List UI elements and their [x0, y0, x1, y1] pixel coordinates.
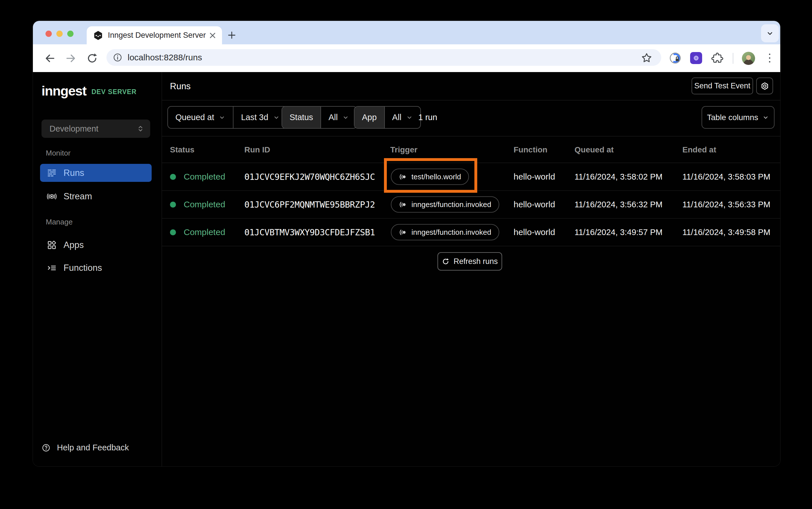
refresh-runs-button[interactable]: Refresh runs: [437, 252, 502, 271]
help-icon: [41, 443, 51, 452]
status-filter-group: Status All: [282, 106, 357, 129]
status-filter-dropdown[interactable]: All: [320, 107, 357, 128]
chevron-down-icon: [219, 114, 225, 121]
event-broadcast-icon: [399, 200, 408, 209]
tab-close-icon[interactable]: [209, 32, 216, 39]
site-info-icon[interactable]: [113, 53, 123, 62]
monitor-section-label: Monitor: [46, 149, 71, 158]
inngest-wordmark: inngest: [41, 83, 87, 99]
status-dot-icon: [170, 202, 176, 208]
sidebar-item-label: Apps: [64, 240, 84, 250]
column-header-run-id: Run ID: [245, 136, 270, 163]
queued-at-cell: 11/16/2024, 3:56:32 PM: [575, 200, 662, 209]
column-header-status: Status: [170, 136, 195, 163]
zoom-window-button[interactable]: [67, 31, 73, 37]
new-tab-button[interactable]: [226, 30, 237, 41]
gear-icon: [760, 81, 769, 91]
run-id-cell[interactable]: 01JCVC6PF2MQNMTWE95BBRZPJ2: [245, 200, 375, 210]
chevron-down-icon: [766, 29, 774, 37]
toolbar-divider: [733, 53, 733, 64]
app-filter-label: App: [355, 107, 384, 128]
status-cell: Completed: [170, 227, 225, 237]
settings-button[interactable]: [756, 77, 773, 94]
chevron-up-down-icon: [136, 125, 144, 133]
inngest-favicon-icon: [93, 30, 103, 41]
desktop-background: Inngest Development Server: [0, 0, 812, 509]
page-title: Runs: [170, 72, 191, 100]
run-id-cell[interactable]: 01JCVC9EFKJ2W70WQHC6ZH6SJC: [245, 172, 375, 182]
trigger-cell: inngest/function.invoked: [391, 224, 499, 240]
function-cell[interactable]: hello-world: [514, 227, 555, 237]
url-text: localhost:8288/runs: [128, 53, 202, 62]
table-row[interactable]: Completed 01JCVC6PF2MQNMTWE95BBRZPJ2 inn…: [162, 191, 780, 218]
refresh-icon: [442, 258, 450, 265]
inngest-app: inngest DEV SERVER Development Monitor: [33, 72, 780, 466]
app-filter-group: App All: [354, 106, 421, 129]
sidebar-item-apps[interactable]: Apps: [40, 236, 152, 254]
password-manager-extension-icon[interactable]: [669, 52, 682, 64]
dev-server-badge: DEV SERVER: [92, 88, 137, 96]
sidebar-item-runs[interactable]: Runs: [40, 164, 152, 182]
logo: inngest DEV SERVER: [41, 83, 136, 99]
close-window-button[interactable]: [45, 31, 52, 37]
chevron-down-icon: [406, 114, 413, 121]
sidebar-item-label: Functions: [64, 263, 102, 273]
environment-value: Development: [50, 124, 98, 134]
browser-menu-icon[interactable]: [766, 52, 774, 64]
chevron-down-icon: [762, 114, 769, 121]
time-field-dropdown[interactable]: Queued at: [168, 107, 233, 128]
ended-at-cell: 11/16/2024, 3:58:03 PM: [682, 172, 770, 181]
column-header-queued-at: Queued at: [575, 136, 614, 163]
status-filter-label: Status: [282, 107, 320, 128]
event-broadcast-icon: [399, 228, 408, 236]
forward-button[interactable]: [65, 52, 77, 64]
queued-at-cell: 11/16/2024, 3:49:57 PM: [575, 228, 662, 237]
manage-section-label: Manage: [46, 217, 73, 227]
bookmark-star-icon[interactable]: [640, 52, 653, 64]
runs-icon: [47, 168, 57, 178]
sidebar-item-stream[interactable]: Stream: [40, 187, 152, 205]
status-dot-icon: [170, 174, 176, 180]
table-columns-button[interactable]: Table columns: [702, 106, 775, 129]
sidebar-item-label: Runs: [64, 168, 84, 178]
stream-icon: [47, 192, 57, 201]
sidebar-item-label: Stream: [64, 191, 92, 202]
trigger-pill[interactable]: inngest/function.invoked: [391, 197, 499, 213]
function-cell[interactable]: hello-world: [514, 172, 555, 181]
extensions-puzzle-icon[interactable]: [711, 52, 723, 64]
time-range-dropdown[interactable]: Last 3d: [233, 107, 287, 128]
globe-icon: [692, 54, 701, 62]
run-id-cell[interactable]: 01JCVBTMV3WXY9D3CFDEJFZSB1: [245, 227, 375, 237]
help-and-feedback[interactable]: Help and Feedback: [41, 443, 129, 452]
minimize-window-button[interactable]: [56, 31, 63, 37]
functions-icon: [47, 263, 57, 273]
browser-toolbar: localhost:8288/runs: [33, 44, 780, 72]
run-count: 1 run: [418, 106, 437, 129]
chevron-down-icon: [342, 114, 349, 121]
annotation-highlight-box: [384, 158, 477, 193]
column-header-function: Function: [514, 136, 547, 163]
trigger-pill[interactable]: inngest/function.invoked: [391, 224, 499, 240]
column-header-ended-at: Ended at: [682, 136, 716, 163]
queued-at-cell: 11/16/2024, 3:58:02 PM: [575, 172, 662, 181]
ended-at-cell: 11/16/2024, 3:49:58 PM: [682, 228, 770, 237]
status-dot-icon: [170, 229, 176, 235]
back-button[interactable]: [44, 52, 56, 64]
table-row[interactable]: Completed 01JCVBTMV3WXY9D3CFDEJFZSB1 inn…: [162, 218, 780, 246]
sidebar-item-functions[interactable]: Functions: [40, 259, 152, 277]
browser-tab[interactable]: Inngest Development Server: [87, 26, 222, 44]
profile-avatar[interactable]: [742, 52, 755, 65]
address-bar[interactable]: localhost:8288/runs: [106, 49, 661, 66]
reload-button[interactable]: [86, 52, 98, 64]
browser-extension-icon[interactable]: [690, 52, 702, 64]
function-cell[interactable]: hello-world: [514, 200, 555, 209]
environment-select[interactable]: Development: [41, 120, 150, 138]
filter-bar: Queued at Last 3d: [162, 100, 780, 136]
send-test-event-button[interactable]: Send Test Event: [691, 77, 753, 94]
tab-search-button[interactable]: [761, 24, 779, 42]
app-filter-dropdown[interactable]: All: [384, 107, 420, 128]
status-cell: Completed: [170, 200, 225, 209]
browser-window: Inngest Development Server: [33, 21, 780, 466]
sidebar: inngest DEV SERVER Development Monitor: [33, 72, 162, 466]
status-cell: Completed: [170, 172, 225, 181]
